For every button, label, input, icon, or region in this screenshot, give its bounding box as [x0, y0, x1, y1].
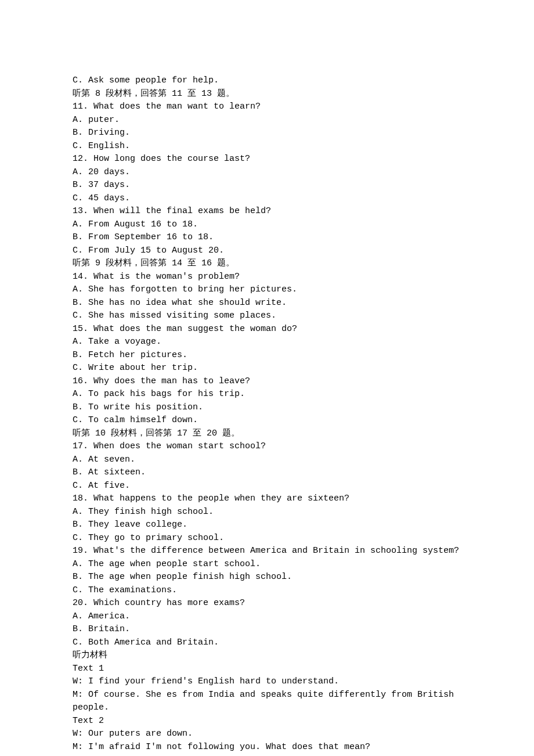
text-line: A. From August 16 to 18. [73, 218, 461, 232]
text-line: A. They finish high school. [73, 506, 461, 519]
text-line: A. At seven. [73, 453, 461, 467]
text-line: W: Our puters are down. [73, 728, 461, 741]
text-line: B. The age when people finish high schoo… [73, 571, 461, 584]
text-line: M: Of course. She es from India and spea… [73, 689, 461, 715]
text-line: C. At five. [73, 480, 461, 493]
text-line: 听第 10 段材料，回答第 17 至 20 题。 [73, 427, 461, 441]
text-line: B. To write his position. [73, 401, 461, 415]
text-line: 11. What does the man want to learn? [73, 100, 461, 114]
text-line: C. 45 days. [73, 192, 461, 206]
text-line: 13. When will the final exams be held? [73, 205, 461, 218]
text-line: B. 37 days. [73, 179, 461, 192]
text-line: 14. What is the woman's problem? [73, 271, 461, 284]
text-line: C. Ask some people for help. [73, 74, 461, 88]
text-line: C. Write about her trip. [73, 362, 461, 375]
text-line: Text 1 [73, 663, 461, 676]
text-line: C. She has missed visiting some places. [73, 309, 461, 323]
text-line: C. Both America and Britain. [73, 636, 461, 650]
text-line: 16. Why does the man has to leave? [73, 375, 461, 388]
text-line: A. The age when people start school. [73, 558, 461, 571]
text-line: C. English. [73, 140, 461, 153]
text-line: A. Take a voyage. [73, 336, 461, 349]
text-line: B. From September 16 to 18. [73, 231, 461, 244]
text-line: B. Britain. [73, 623, 461, 636]
text-line: M: I'm afraid I'm not following you. Wha… [73, 741, 461, 754]
text-line: B. Driving. [73, 127, 461, 140]
text-line: 18. What happens to the people when they… [73, 492, 461, 506]
text-line: C. From July 15 to August 20. [73, 244, 461, 258]
text-line: C. To calm himself down. [73, 414, 461, 427]
text-line: W: I find your friend's English hard to … [73, 675, 461, 689]
text-line: B. At sixteen. [73, 466, 461, 480]
text-line: B. She has no idea what she should write… [73, 297, 461, 310]
text-line: 20. Which country has more exams? [73, 597, 461, 610]
text-line: A. puter. [73, 114, 461, 127]
text-line: C. The examinations. [73, 584, 461, 597]
text-line: 15. What does the man suggest the woman … [73, 323, 461, 336]
text-line: A. To pack his bags for his trip. [73, 388, 461, 401]
text-line: A. 20 days. [73, 166, 461, 179]
text-line: 19. What's the difference between Americ… [73, 545, 461, 558]
text-line: Text 2 [73, 715, 461, 728]
text-line: B. They leave college. [73, 519, 461, 532]
text-line: A. America. [73, 610, 461, 624]
text-line: B. Fetch her pictures. [73, 349, 461, 362]
text-line: 听力材料 [73, 649, 461, 663]
text-line: 听第 9 段材料，回答第 14 至 16 题。 [73, 257, 461, 271]
document-page: C. Ask some people for help. 听第 8 段材料，回答… [0, 0, 534, 756]
text-line: C. They go to primary school. [73, 532, 461, 545]
text-line: 12. How long does the course last? [73, 153, 461, 166]
text-line: 听第 8 段材料，回答第 11 至 13 题。 [73, 88, 461, 101]
text-line: A. She has forgotten to bring her pictur… [73, 283, 461, 297]
text-line: 17. When does the woman start school? [73, 440, 461, 453]
